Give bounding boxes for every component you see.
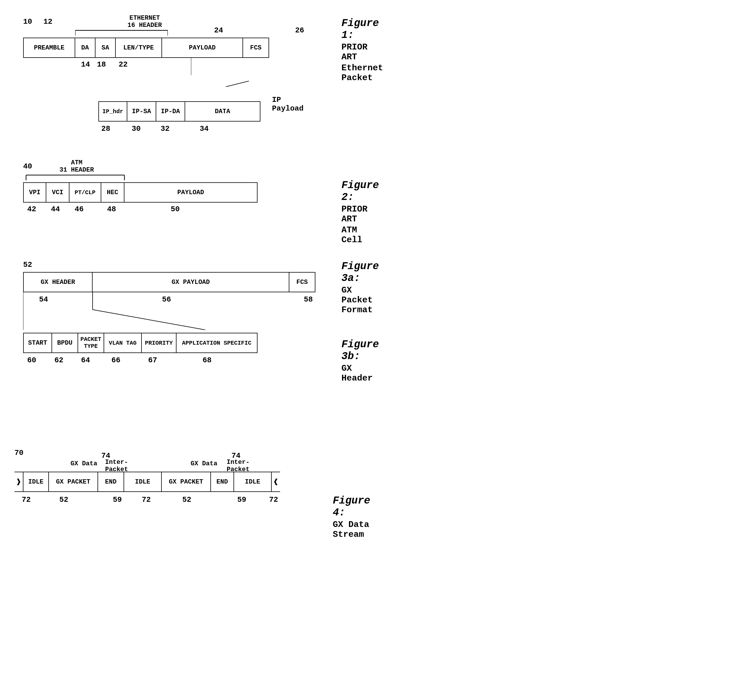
num-60: 60 (27, 356, 36, 365)
cell-gxpacket1: GX PACKET (49, 472, 98, 492)
num-32: 32 (160, 124, 170, 133)
cell-priority: PRIORITY (142, 333, 176, 353)
num-50: 50 (171, 205, 180, 213)
figure4-title: Figure 4: GX Data Stream (333, 495, 370, 540)
atm-brace-svg (23, 172, 127, 181)
num-72a: 72 (22, 496, 31, 504)
cell-packet-type: PACKET TYPE (78, 333, 104, 353)
cell-ptclp: PT/CLP (69, 182, 101, 203)
num-46: 46 (75, 205, 84, 213)
cell-sa: SA (95, 38, 116, 58)
cell-idle3: IDLE (234, 472, 272, 492)
cell-preamble: PREAMBLE (23, 38, 75, 58)
cell-data: DATA (185, 101, 260, 122)
cell-vlan-tag: VLAN TAG (104, 333, 142, 353)
cell-lentype: LEN/TYPE (116, 38, 162, 58)
num-10: 10 (23, 18, 32, 26)
cell-end2: END (211, 472, 234, 492)
cell-da: DA (75, 38, 95, 58)
cell-hec: HEC (101, 182, 125, 203)
num-66: 66 (112, 356, 120, 365)
ethernet-brace-svg (75, 28, 168, 36)
cell-vpi: VPI (23, 182, 46, 203)
num-68: 68 (203, 356, 212, 365)
num-22: 22 (119, 60, 128, 69)
figure1-title: Figure 1: PRIOR ART Ethernet Packet (341, 18, 383, 83)
cell-ipda: IP-DA (156, 101, 185, 122)
num-26-label: 26 (295, 26, 304, 35)
num-30: 30 (132, 124, 141, 133)
cell-start: START (23, 333, 52, 353)
gxdata-label2: GX Data (179, 460, 229, 467)
num-52-3a: 52 (23, 260, 32, 269)
num-42: 42 (27, 205, 36, 213)
svg-line-13 (93, 310, 206, 330)
ip-payload-label: IP Payload (272, 96, 304, 113)
figure3b-title: Figure 3b: GX Header (341, 338, 379, 383)
num-12: 12 (43, 18, 52, 26)
atm-packet-row: VPI VCI PT/CLP HEC PAYLOAD (23, 182, 257, 203)
num-59b: 59 (237, 496, 246, 504)
num-62: 62 (54, 356, 63, 365)
cell-app-specific: APPLICATION SPECIFIC (176, 333, 257, 353)
ethernet-header-label: ETHERNET 16 HEADER (101, 15, 188, 29)
figure2-title: Figure 2: PRIOR ART ATM Cell (341, 179, 379, 245)
gx-header-row: START BPDU PACKET TYPE VLAN TAG PRIORITY… (23, 333, 257, 353)
ip-payload-row: IP_hdr IP-SA IP-DA DATA (98, 101, 260, 122)
cell-gx-header: GX HEADER (23, 272, 93, 292)
num-14: 14 (81, 60, 90, 69)
ethernet-packet-row: PREAMBLE DA SA LEN/TYPE PAYLOAD FCS (23, 38, 269, 58)
atm-header-label: ATM 31 HEADER (41, 159, 113, 174)
cell-idle1: IDLE (23, 472, 49, 492)
num-70: 70 (15, 449, 24, 457)
cell-payload: PAYLOAD (162, 38, 243, 58)
right-arrow: ❰ (272, 472, 280, 492)
num-28: 28 (101, 124, 110, 133)
cell-fcs-3a: FCS (289, 272, 315, 292)
cell-bpdu: BPDU (52, 333, 78, 353)
figure3a-title: Figure 3a: GX Packet Format (341, 260, 379, 315)
num-40: 40 (23, 162, 32, 171)
cell-gxpacket2: GX PACKET (162, 472, 211, 492)
num-72b: 72 (142, 496, 151, 504)
cell-idle2: IDLE (124, 472, 162, 492)
num-18: 18 (97, 60, 106, 69)
num-34: 34 (200, 124, 209, 133)
cell-atm-payload: PAYLOAD (125, 182, 257, 203)
num-24-label: 24 (214, 26, 223, 35)
cell-ipsa: IP-SA (127, 101, 156, 122)
num-59a: 59 (113, 496, 122, 504)
gx-packet-row: GX HEADER GX PAYLOAD FCS (23, 272, 315, 292)
num-44: 44 (51, 205, 60, 213)
num-72c: 72 (269, 496, 278, 504)
num-52a: 52 (59, 496, 68, 504)
cell-fcs: FCS (243, 38, 269, 58)
svg-line-6 (226, 75, 249, 87)
payload-connector-svg (191, 58, 249, 87)
left-arrow: ❱ (15, 472, 23, 492)
num-67: 67 (148, 356, 157, 365)
num-52b: 52 (182, 496, 191, 504)
cell-gx-payload: GX PAYLOAD (93, 272, 289, 292)
cell-vci: VCI (46, 182, 69, 203)
cell-end1: END (98, 472, 124, 492)
num-48: 48 (107, 205, 116, 213)
3a-3b-connector-svg (23, 292, 226, 330)
num-58: 58 (304, 295, 313, 304)
cell-iphdr: IP_hdr (98, 101, 127, 122)
num-64: 64 (81, 356, 90, 365)
